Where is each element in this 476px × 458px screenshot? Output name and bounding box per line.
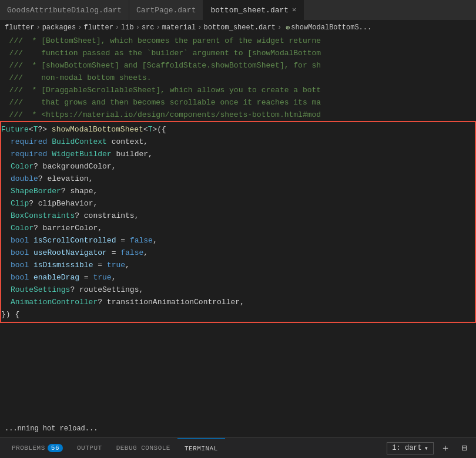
terminal-output-text: ...nning hot reload... <box>5 425 98 433</box>
breadcrumb-sep-4: › <box>136 23 140 32</box>
problems-badge: 56 <box>48 444 63 452</box>
code-line-param-7: BoxConstraints? constraints, <box>1 210 475 222</box>
terminal-dropdown[interactable]: 1: dart ▾ <box>387 442 434 454</box>
breadcrumb-sep-2: › <box>78 23 82 32</box>
tab-problems[interactable]: PROBLEMS 56 <box>5 438 70 459</box>
breadcrumb-sep-1: › <box>36 23 40 32</box>
code-line-comment-1: /// * [BottomSheet], which becomes the p… <box>0 35 476 47</box>
code-line-comment-5: /// * [DraggableScrollableSheet], which … <box>0 84 476 96</box>
code-line-comment-4: /// non-modal bottom sheets. <box>0 72 476 84</box>
tab-terminal[interactable]: TERMINAL <box>177 438 225 459</box>
code-line-comment-2: /// function passed as the `builder` arg… <box>0 47 476 59</box>
code-line-param-4: double? elevation, <box>1 173 475 185</box>
code-line-param-8: Color? barrierColor, <box>1 222 475 234</box>
tab-output[interactable]: OUTPUT <box>70 438 109 459</box>
breadcrumb-file: bottom_sheet.dart <box>204 23 276 32</box>
function-icon: ⊕ <box>286 23 290 32</box>
code-line-comment-3: /// * [showBottomSheet] and [ScaffoldSta… <box>0 59 476 72</box>
tab-bottom-sheet-label: bottom_sheet.dart <box>210 6 289 15</box>
tab-bottom-sheet[interactable]: bottom_sheet.dart ✕ <box>203 0 304 20</box>
bottom-tabs: PROBLEMS 56 OUTPUT DEBUG CONSOLE TERMINA… <box>0 437 476 458</box>
breadcrumb-func: showModalBottomS... <box>291 23 371 32</box>
code-line-param-14: AnimationController? transitionAnimation… <box>1 296 475 308</box>
breadcrumb-packages: packages <box>42 23 76 32</box>
code-line-param-3: Color? backgroundColor, <box>1 160 475 173</box>
tab-goods-label: GoodsAttributeDialog.dart <box>7 6 122 15</box>
chevron-down-icon: ▾ <box>424 444 428 453</box>
code-line-comment-6: /// that grows and then becomes scrollab… <box>0 96 476 109</box>
terminal-option: 1: dart <box>392 444 421 452</box>
breadcrumb-flutter: flutter <box>5 23 34 32</box>
breadcrumb-sep-3: › <box>115 23 119 32</box>
breadcrumb-sep-5: › <box>156 23 160 32</box>
terminal-label: TERMINAL <box>185 445 218 452</box>
code-line-param-2: required WidgetBuilder builder, <box>1 148 475 160</box>
breadcrumb-sep-6: › <box>197 23 202 32</box>
bottom-right-controls: 1: dart ▾ ＋ ⊟ <box>387 441 471 455</box>
code-area: /// * [BottomSheet], which becomes the p… <box>0 35 476 323</box>
breadcrumb-material: material <box>162 23 196 32</box>
tab-bar: GoodsAttributeDialog.dart CartPage.dart … <box>0 0 476 21</box>
code-line-param-10: bool useRootNavigator = false, <box>1 247 475 259</box>
output-label: OUTPUT <box>77 444 102 452</box>
breadcrumb-src: src <box>142 23 155 32</box>
code-line-param-1: required BuildContext context, <box>1 136 475 148</box>
add-terminal-button[interactable]: ＋ <box>438 441 452 455</box>
tab-cart-label: CartPage.dart <box>136 6 196 15</box>
code-line-param-13: RouteSettings? routeSettings, <box>1 284 475 296</box>
code-line-param-9: bool isScrollControlled = false, <box>1 234 475 247</box>
debug-console-label: DEBUG CONSOLE <box>116 444 170 452</box>
bottom-panel: ...nning hot reload... PROBLEMS 56 OUTPU… <box>0 420 476 458</box>
tab-cart-page[interactable]: CartPage.dart <box>129 0 203 20</box>
breadcrumb-sep-7: › <box>277 23 281 32</box>
tab-debug-console[interactable]: DEBUG CONSOLE <box>109 438 177 459</box>
code-line-comment-7: /// * <https://material.io/design/compon… <box>0 109 476 121</box>
code-line-param-6: Clip? clipBehavior, <box>1 197 475 210</box>
close-icon[interactable]: ✕ <box>292 6 296 14</box>
breadcrumb-lib: lib <box>121 23 134 32</box>
breadcrumb: flutter › packages › flutter › lib › src… <box>0 21 476 35</box>
code-line-param-5: ShapeBorder? shape, <box>1 185 475 197</box>
code-line-param-11: bool isDismissible = true, <box>1 259 475 271</box>
code-line-param-12: bool enableDrag = true, <box>1 271 475 284</box>
problems-label: PROBLEMS <box>12 444 45 452</box>
highlight-block: Future<T?> showModalBottomSheet<T>({ req… <box>0 121 476 323</box>
split-terminal-button[interactable]: ⊟ <box>457 441 471 455</box>
code-line-signature: Future<T?> showModalBottomSheet<T>({ <box>1 123 475 136</box>
breadcrumb-flutter2: flutter <box>83 23 113 32</box>
tab-goods-attribute[interactable]: GoodsAttributeDialog.dart <box>0 0 129 20</box>
terminal-output: ...nning hot reload... <box>0 420 476 437</box>
code-line-closing: }) { <box>1 308 475 321</box>
